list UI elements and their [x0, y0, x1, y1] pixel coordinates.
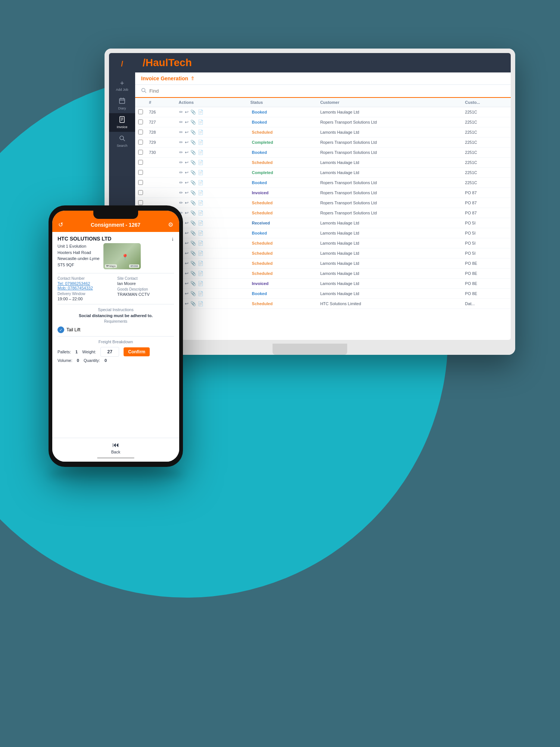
- document-icon[interactable]: 📄: [197, 149, 204, 155]
- document-icon[interactable]: 📄: [197, 200, 204, 206]
- attachment-icon[interactable]: 📎: [190, 119, 196, 125]
- weight-input[interactable]: [100, 347, 119, 357]
- document-icon[interactable]: 📄: [197, 139, 204, 145]
- attachment-icon[interactable]: 📎: [190, 139, 196, 145]
- edit-icon[interactable]: ✏: [179, 170, 183, 176]
- undo-icon[interactable]: ↩: [184, 190, 189, 196]
- row-checkbox[interactable]: [138, 180, 143, 185]
- document-icon[interactable]: 📄: [197, 301, 204, 307]
- document-icon[interactable]: 📄: [197, 210, 204, 216]
- attachment-icon[interactable]: 📎: [190, 280, 196, 286]
- undo-icon[interactable]: ↩: [184, 109, 189, 115]
- attachment-icon[interactable]: 📎: [190, 159, 196, 165]
- attachment-icon[interactable]: 📎: [190, 170, 196, 176]
- undo-icon[interactable]: ↩: [184, 250, 189, 256]
- document-icon[interactable]: 📄: [197, 220, 204, 226]
- undo-icon[interactable]: ↩: [184, 291, 189, 297]
- row-checkbox[interactable]: [138, 130, 143, 134]
- attachment-icon[interactable]: 📎: [190, 210, 196, 216]
- attachment-icon[interactable]: 📎: [190, 220, 196, 226]
- undo-icon[interactable]: ↩: [184, 200, 189, 206]
- edit-icon[interactable]: ✏: [179, 190, 183, 196]
- undo-icon[interactable]: ↩: [184, 139, 189, 145]
- document-icon[interactable]: 📄: [197, 190, 204, 196]
- undo-icon[interactable]: ↩: [184, 230, 189, 236]
- confirm-button[interactable]: Confirm: [124, 347, 150, 356]
- edit-icon[interactable]: ✏: [179, 109, 183, 115]
- quantity-label: Quantity:: [84, 358, 100, 363]
- attachment-icon[interactable]: 📎: [190, 291, 196, 297]
- tel-link[interactable]: Tel: 07986253462: [57, 281, 114, 286]
- row-checkbox[interactable]: [138, 120, 143, 124]
- undo-icon[interactable]: ↩: [184, 260, 189, 266]
- invoice-bar-icon: ⇑: [190, 75, 195, 81]
- attachment-icon[interactable]: 📎: [190, 230, 196, 236]
- attachment-icon[interactable]: 📎: [190, 190, 196, 196]
- undo-icon[interactable]: ↩: [184, 280, 189, 286]
- edit-icon[interactable]: ✏: [179, 149, 183, 155]
- undo-icon[interactable]: ↩: [184, 220, 189, 226]
- attachment-icon[interactable]: 📎: [190, 260, 196, 266]
- row-customer-cell: Ropers Transport Solutions Ltd: [317, 198, 462, 208]
- row-checkbox[interactable]: [138, 109, 143, 114]
- undo-icon[interactable]: ↩: [184, 149, 189, 155]
- row-checkbox[interactable]: [138, 190, 143, 195]
- document-icon[interactable]: 📄: [197, 280, 204, 286]
- undo-icon[interactable]: ↩: [184, 210, 189, 216]
- back-button-icon[interactable]: ⏮: [112, 441, 119, 449]
- sidebar-item-add-job[interactable]: + Add Job: [109, 77, 135, 94]
- attachment-icon[interactable]: 📎: [190, 180, 196, 186]
- attachment-icon[interactable]: 📎: [190, 129, 196, 135]
- undo-icon[interactable]: ↩: [184, 119, 189, 125]
- document-icon[interactable]: 📄: [197, 170, 204, 176]
- phone-back-icon[interactable]: ↺: [58, 221, 63, 228]
- undo-icon[interactable]: ↩: [184, 240, 189, 246]
- document-icon[interactable]: 📄: [197, 260, 204, 266]
- undo-icon[interactable]: ↩: [184, 129, 189, 135]
- attachment-icon[interactable]: 📎: [190, 270, 196, 276]
- attachment-icon[interactable]: 📎: [190, 149, 196, 155]
- document-icon[interactable]: 📄: [197, 230, 204, 236]
- search-input[interactable]: [149, 88, 505, 94]
- sidebar-item-search[interactable]: Search: [109, 132, 135, 151]
- edit-icon[interactable]: ✏: [179, 180, 183, 186]
- row-checkbox[interactable]: [138, 200, 143, 205]
- edit-icon[interactable]: ✏: [179, 159, 183, 165]
- row-checkbox[interactable]: [138, 170, 143, 175]
- row-checkbox[interactable]: [138, 150, 143, 155]
- document-icon[interactable]: 📄: [197, 291, 204, 297]
- attachment-icon[interactable]: 📎: [190, 240, 196, 246]
- document-icon[interactable]: 📄: [197, 129, 204, 135]
- mob-link[interactable]: Mob: 07867454332: [57, 286, 114, 290]
- undo-icon[interactable]: ↩: [184, 159, 189, 165]
- document-icon[interactable]: 📄: [197, 270, 204, 276]
- undo-icon[interactable]: ↩: [184, 301, 189, 307]
- undo-icon[interactable]: ↩: [184, 170, 189, 176]
- address-text: Unit 1 Evolution Hooters Hall Road Newca…: [57, 243, 100, 269]
- edit-icon[interactable]: ✏: [179, 200, 183, 206]
- document-icon[interactable]: 📄: [197, 240, 204, 246]
- attachment-icon[interactable]: 📎: [190, 250, 196, 256]
- row-checkbox[interactable]: [138, 160, 143, 165]
- edit-icon[interactable]: ✏: [179, 129, 183, 135]
- attachment-icon[interactable]: 📎: [190, 301, 196, 307]
- row-checkbox[interactable]: [138, 140, 143, 145]
- special-instructions-label: Special Instructions: [57, 307, 174, 312]
- edit-icon[interactable]: ✏: [179, 119, 183, 125]
- row-status-cell: Scheduled: [248, 238, 317, 248]
- attachment-icon[interactable]: 📎: [190, 109, 196, 115]
- sidebar-item-diary[interactable]: Diary: [109, 94, 135, 113]
- document-icon[interactable]: 📄: [197, 159, 204, 165]
- document-icon[interactable]: 📄: [197, 119, 204, 125]
- sidebar-item-invoice[interactable]: Invoice: [109, 113, 135, 132]
- phone-settings-icon[interactable]: ⚙: [168, 221, 173, 228]
- edit-icon[interactable]: ✏: [179, 139, 183, 145]
- undo-icon[interactable]: ↩: [184, 270, 189, 276]
- undo-icon[interactable]: ↩: [184, 180, 189, 186]
- col-po: Custo...: [462, 98, 511, 107]
- row-checkbox-cell: [135, 178, 146, 188]
- attachment-icon[interactable]: 📎: [190, 200, 196, 206]
- document-icon[interactable]: 📄: [197, 180, 204, 186]
- document-icon[interactable]: 📄: [197, 250, 204, 256]
- document-icon[interactable]: 📄: [197, 109, 204, 115]
